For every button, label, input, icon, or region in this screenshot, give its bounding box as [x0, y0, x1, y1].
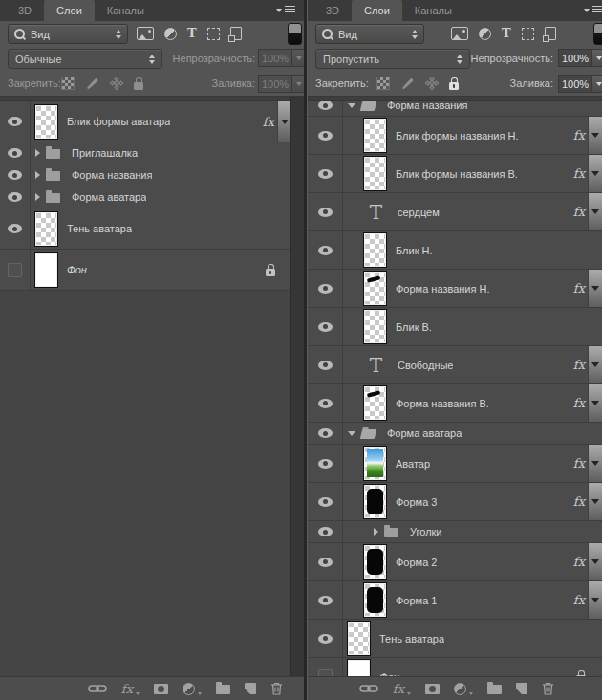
visibility-toggle[interactable]: [0, 186, 31, 208]
effects-collapse-strip[interactable]: [588, 543, 602, 580]
layer-mask-button[interactable]: [425, 684, 440, 694]
visibility-toggle[interactable]: [308, 117, 343, 154]
layer-row[interactable]: Форма 3fx: [308, 483, 602, 521]
visibility-toggle[interactable]: [0, 164, 31, 186]
visibility-toggle[interactable]: [308, 620, 343, 657]
opacity-dropdown-button[interactable]: [592, 49, 602, 67]
layer-row[interactable]: Блик формы названия Н.fx: [308, 117, 602, 155]
layer-row[interactable]: TСвободныеfx: [308, 346, 602, 384]
layer-row[interactable]: Блик Н.: [308, 231, 602, 270]
layer-row[interactable]: Форма аватара: [0, 186, 291, 208]
visibility-toggle[interactable]: [0, 208, 31, 249]
visibility-toggle[interactable]: [308, 521, 343, 542]
tab-3d[interactable]: 3D: [313, 0, 352, 21]
shape-layers-filter-icon[interactable]: [522, 28, 534, 40]
opacity-dropdown-button[interactable]: [292, 49, 304, 67]
collapse-triangle-icon[interactable]: [348, 431, 355, 436]
panel-menu-button[interactable]: [276, 6, 295, 14]
lock-all-icon[interactable]: [449, 82, 459, 90]
link-layers-button[interactable]: [88, 684, 107, 693]
adjustment-layers-filter-icon[interactable]: [479, 28, 491, 40]
tab-layers[interactable]: Слои: [44, 0, 95, 21]
visibility-toggle[interactable]: [308, 231, 343, 269]
effects-collapse-strip[interactable]: [588, 384, 602, 422]
layer-mask-button[interactable]: [154, 684, 168, 694]
fill-value[interactable]: 100%: [558, 75, 592, 93]
tab-3d[interactable]: 3D: [6, 0, 44, 21]
effects-collapse-strip[interactable]: [588, 270, 602, 307]
adjustment-layer-button[interactable]: [454, 683, 466, 695]
visibility-toggle[interactable]: [308, 155, 343, 192]
expand-triangle-icon[interactable]: [35, 149, 40, 157]
lock-pixels-brush-icon[interactable]: [400, 77, 415, 90]
filtering-toggle-switch[interactable]: [593, 23, 602, 45]
new-group-button[interactable]: [487, 685, 502, 694]
layer-thumbnail[interactable]: [364, 447, 386, 480]
expand-triangle-icon[interactable]: [35, 171, 40, 179]
layer-row[interactable]: Форма названия Н.fx: [308, 270, 602, 308]
effects-collapse-strip[interactable]: [588, 346, 602, 383]
new-group-button[interactable]: [216, 685, 230, 694]
layer-thumbnail[interactable]: [364, 386, 386, 420]
fill-field[interactable]: 100%: [558, 75, 602, 93]
layer-row[interactable]: Тень аватара: [0, 208, 291, 250]
delete-layer-button[interactable]: [542, 682, 554, 695]
lock-transparency-icon[interactable]: [61, 77, 75, 90]
layer-row[interactable]: Фон: [0, 250, 291, 291]
smart-object-filter-icon[interactable]: [230, 27, 242, 40]
collapse-triangle-icon[interactable]: [348, 103, 355, 108]
fill-value[interactable]: 100%: [258, 75, 292, 93]
lock-pixels-brush-icon[interactable]: [85, 77, 99, 90]
filter-kind-select[interactable]: Вид: [315, 24, 424, 44]
pixel-layers-filter-icon[interactable]: [451, 27, 468, 40]
blend-mode-select[interactable]: Обычные: [8, 49, 162, 69]
layer-thumbnail[interactable]: [35, 212, 57, 246]
layer-thumbnail[interactable]: [364, 485, 386, 518]
layer-row[interactable]: Форма аватара: [308, 423, 602, 445]
effects-collapse-strip[interactable]: [588, 445, 602, 482]
visibility-toggle[interactable]: [0, 142, 31, 164]
visibility-toggle[interactable]: [308, 308, 343, 345]
opacity-field[interactable]: 100%: [258, 49, 304, 67]
layer-row[interactable]: Форма названия В.fx: [308, 384, 602, 423]
layer-thumbnail[interactable]: [35, 253, 57, 287]
visibility-toggle[interactable]: [308, 384, 343, 422]
expand-triangle-icon[interactable]: [35, 193, 40, 201]
adjustment-layer-button[interactable]: [183, 683, 195, 695]
type-layers-filter-icon[interactable]: T: [502, 27, 511, 40]
layer-row[interactable]: Блик формы названия В.fx: [308, 155, 602, 193]
lock-position-icon[interactable]: [425, 77, 439, 90]
visibility-toggle[interactable]: [308, 543, 343, 580]
visibility-toggle[interactable]: [308, 483, 343, 520]
layer-row[interactable]: Форма 1fx: [308, 581, 602, 620]
lock-transparency-icon[interactable]: [376, 77, 390, 90]
effects-collapse-strip[interactable]: [588, 193, 602, 230]
fill-field[interactable]: 100%: [258, 75, 304, 93]
shape-layers-filter-icon[interactable]: [207, 28, 220, 40]
panel-menu-button[interactable]: [584, 6, 602, 14]
visibility-toggle[interactable]: [308, 101, 343, 116]
layer-thumbnail[interactable]: [364, 233, 386, 267]
effects-collapse-strip[interactable]: [588, 117, 602, 154]
visibility-toggle[interactable]: [308, 346, 343, 383]
layer-row[interactable]: Форма 2fx: [308, 543, 602, 581]
layer-row[interactable]: Форма названия: [0, 164, 291, 186]
layer-row[interactable]: Приглашалка: [0, 142, 291, 164]
layer-effects-button[interactable]: fx: [121, 683, 133, 695]
filter-kind-select[interactable]: Вид: [8, 24, 128, 44]
new-layer-button[interactable]: [245, 683, 256, 694]
layer-row[interactable]: Tсердцемfx: [308, 193, 602, 231]
layer-thumbnail[interactable]: [348, 622, 370, 655]
visibility-toggle[interactable]: [0, 101, 31, 142]
visibility-toggle[interactable]: [308, 581, 343, 619]
layer-thumbnail[interactable]: [364, 545, 386, 579]
new-layer-button[interactable]: [516, 683, 527, 694]
pixel-layers-filter-icon[interactable]: [137, 27, 154, 40]
layer-row[interactable]: Блик формы аватараfx: [0, 101, 291, 142]
smart-object-filter-icon[interactable]: [545, 27, 556, 40]
opacity-value[interactable]: 100%: [258, 49, 292, 67]
effects-collapse-strip[interactable]: [588, 155, 602, 192]
layer-row[interactable]: Тень аватара: [308, 620, 602, 658]
tab-channels[interactable]: Каналы: [402, 0, 464, 21]
effects-collapse-strip[interactable]: [588, 581, 602, 619]
